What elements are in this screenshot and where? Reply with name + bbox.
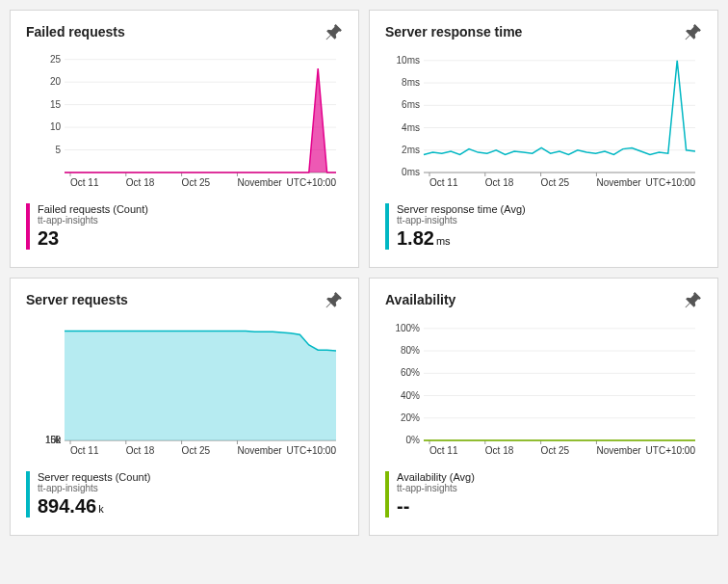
chart-area: 0ms2ms4ms6ms8ms10msOct 11Oct 18Oct 25Nov… — [391, 49, 702, 194]
metric-label: Availability (Avg) — [397, 471, 475, 483]
metric-label: Server response time (Avg) — [397, 203, 526, 215]
card-header: Server requests — [26, 292, 343, 309]
card-title: Server requests — [26, 292, 128, 307]
svg-text:20: 20 — [50, 76, 62, 87]
svg-text:Oct 18: Oct 18 — [485, 177, 514, 188]
svg-text:4ms: 4ms — [402, 122, 420, 133]
svg-text:Oct 18: Oct 18 — [126, 177, 155, 188]
stat-bar — [385, 471, 389, 518]
svg-text:60%: 60% — [401, 367, 420, 378]
pin-icon[interactable] — [325, 24, 343, 41]
svg-text:Oct 18: Oct 18 — [485, 445, 514, 456]
svg-text:Oct 11: Oct 11 — [429, 177, 458, 188]
metric-value: -- — [397, 495, 475, 518]
svg-text:8ms: 8ms — [402, 77, 420, 88]
card-failed-requests[interactable]: Failed requests 510152025Oct 11Oct 18Oct… — [10, 10, 359, 268]
svg-text:6ms: 6ms — [402, 99, 420, 110]
svg-text:UTC+10:00: UTC+10:00 — [287, 177, 337, 188]
stat-bar — [26, 471, 30, 518]
metric-label: Server requests (Count) — [38, 471, 150, 483]
card-header: Server response time — [385, 24, 702, 41]
svg-text:Oct 25: Oct 25 — [541, 177, 570, 188]
svg-text:UTC+10:00: UTC+10:00 — [646, 177, 696, 188]
card-response-time[interactable]: Server response time 0ms2ms4ms6ms8ms10ms… — [369, 10, 718, 268]
svg-text:15k: 15k — [45, 435, 62, 445]
resource-name: tt-app-insights — [38, 483, 150, 493]
svg-text:November: November — [237, 445, 282, 456]
svg-text:15: 15 — [50, 99, 62, 110]
card-server-requests[interactable]: Server requests 05k10k15kOct 11Oct 18Oct… — [10, 278, 359, 536]
card-header: Failed requests — [26, 24, 343, 41]
pin-icon[interactable] — [685, 24, 702, 41]
svg-text:November: November — [596, 445, 641, 456]
svg-text:Oct 25: Oct 25 — [541, 445, 570, 456]
pin-icon[interactable] — [685, 292, 702, 309]
metric-value: 23 — [38, 227, 148, 250]
card-title: Failed requests — [26, 24, 125, 40]
chart-response: 0ms2ms4ms6ms8ms10msOct 11Oct 18Oct 25Nov… — [391, 49, 699, 194]
chart-area: 510152025Oct 11Oct 18Oct 25NovemberUTC+1… — [32, 49, 343, 194]
pin-icon[interactable] — [325, 292, 343, 309]
chart-requests: 05k10k15kOct 11Oct 18Oct 25NovemberUTC+1… — [32, 317, 340, 462]
card-header: Availability — [385, 292, 702, 309]
svg-text:November: November — [596, 177, 641, 188]
chart-area: 0%20%40%60%80%100%Oct 11Oct 18Oct 25Nove… — [391, 317, 702, 462]
svg-text:80%: 80% — [401, 345, 420, 356]
resource-name: tt-app-insights — [397, 483, 475, 493]
metric-label: Failed requests (Count) — [38, 203, 148, 215]
svg-text:Oct 18: Oct 18 — [126, 445, 155, 456]
stat-block: Server response time (Avg) tt-app-insigh… — [385, 203, 702, 250]
metric-value: 1.82ms — [397, 227, 526, 250]
card-availability[interactable]: Availability 0%20%40%60%80%100%Oct 11Oct… — [369, 278, 718, 536]
stat-block: Server requests (Count) tt-app-insights … — [26, 471, 343, 518]
svg-text:10ms: 10ms — [397, 55, 420, 66]
svg-text:Oct 11: Oct 11 — [70, 445, 99, 456]
svg-text:0ms: 0ms — [402, 167, 420, 177]
svg-text:UTC+10:00: UTC+10:00 — [646, 445, 696, 456]
svg-text:100%: 100% — [395, 323, 420, 333]
svg-text:20%: 20% — [401, 412, 420, 423]
stat-bar — [385, 203, 389, 250]
dashboard-grid: Failed requests 510152025Oct 11Oct 18Oct… — [10, 10, 718, 536]
stat-block: Failed requests (Count) tt-app-insights … — [26, 203, 343, 250]
resource-name: tt-app-insights — [397, 215, 526, 226]
card-title: Availability — [385, 292, 455, 307]
svg-text:Oct 25: Oct 25 — [182, 445, 211, 456]
metric-value: 894.46k — [38, 495, 150, 518]
svg-text:5: 5 — [55, 145, 61, 155]
svg-text:Oct 11: Oct 11 — [70, 177, 99, 188]
svg-text:Oct 11: Oct 11 — [429, 445, 458, 456]
resource-name: tt-app-insights — [38, 215, 148, 226]
svg-text:10: 10 — [50, 121, 62, 132]
svg-text:Oct 25: Oct 25 — [182, 177, 211, 188]
chart-area: 05k10k15kOct 11Oct 18Oct 25NovemberUTC+1… — [32, 317, 343, 462]
svg-text:November: November — [237, 177, 282, 188]
svg-text:2ms: 2ms — [402, 145, 420, 155]
svg-text:25: 25 — [50, 54, 62, 65]
chart-availability: 0%20%40%60%80%100%Oct 11Oct 18Oct 25Nove… — [391, 317, 699, 462]
card-title: Server response time — [385, 24, 522, 40]
svg-text:UTC+10:00: UTC+10:00 — [287, 445, 337, 456]
chart-failed: 510152025Oct 11Oct 18Oct 25NovemberUTC+1… — [32, 49, 340, 194]
stat-bar — [26, 203, 30, 250]
stat-block: Availability (Avg) tt-app-insights -- — [385, 471, 702, 518]
svg-text:0%: 0% — [406, 435, 421, 445]
svg-text:40%: 40% — [401, 390, 420, 401]
